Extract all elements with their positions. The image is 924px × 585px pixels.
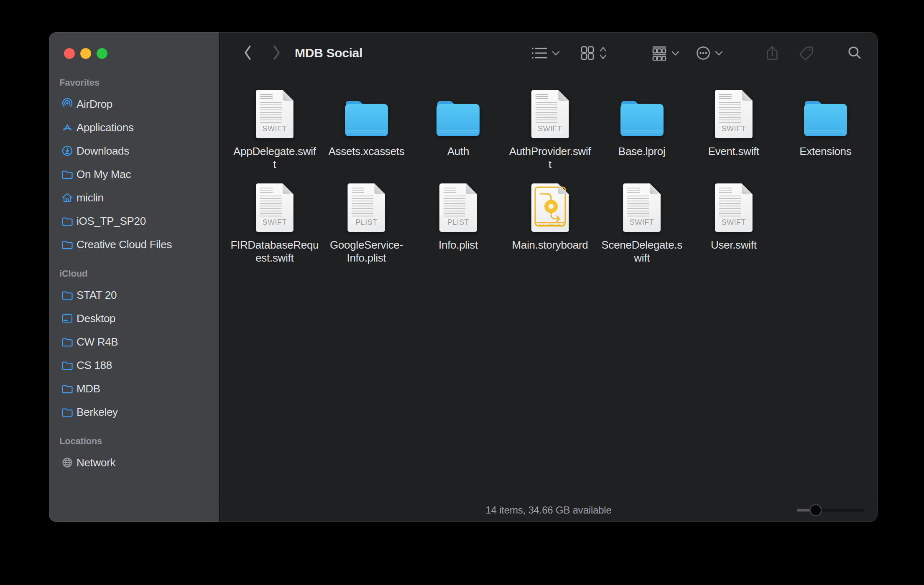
- sidebar-item-ios-tp-sp20[interactable]: iOS_TP_SP20: [49, 209, 219, 233]
- sidebar-item-on-my-mac[interactable]: On My Mac: [49, 163, 219, 186]
- list-view-button[interactable]: [531, 46, 560, 60]
- file-name: Base.lproj: [618, 145, 666, 158]
- file-item-user-swift[interactable]: SWIFTUser.swift: [688, 182, 780, 265]
- toolbar-buttons: [531, 44, 863, 62]
- folder-icon: [801, 88, 850, 138]
- group-view-icon: [651, 46, 668, 61]
- file-item-assets-xcassets[interactable]: Assets.xcassets: [321, 88, 413, 171]
- search-button[interactable]: [847, 45, 863, 61]
- folder-icon: [61, 405, 74, 419]
- search-icon: [847, 45, 863, 61]
- plist-document-icon: PLIST: [347, 182, 385, 232]
- file-item-appdelegate-swift[interactable]: SWIFTAppDelegate.swift: [229, 88, 321, 171]
- sidebar-item-downloads[interactable]: Downloads: [49, 139, 219, 163]
- file-name: Assets.xcassets: [328, 145, 404, 158]
- sidebar-item-label: Downloads: [77, 145, 129, 158]
- content-area: MDB Social SWIFTAppDelegate.swift Assets…: [220, 32, 878, 522]
- window-controls: [64, 48, 107, 59]
- minimize-button[interactable]: [80, 48, 91, 59]
- tag-icon: [798, 45, 815, 61]
- sidebar-item-label: Berkeley: [77, 406, 118, 419]
- sidebar-item-cw-r4b[interactable]: CW R4B: [49, 330, 219, 354]
- file-item-extensions[interactable]: Extensions: [780, 88, 872, 171]
- applications-icon: [61, 121, 74, 134]
- share-icon: [765, 44, 780, 62]
- sidebar-item-label: CW R4B: [77, 336, 118, 348]
- sidebar-item-desktop[interactable]: Desktop: [49, 307, 219, 330]
- airdrop-icon: [61, 97, 74, 111]
- file-grid: SWIFTAppDelegate.swift Assets.xcassets A…: [220, 74, 878, 498]
- slider-track[interactable]: [797, 509, 864, 511]
- file-item-info-plist[interactable]: PLISTInfo.plist: [412, 182, 504, 265]
- swift-document-icon: SWIFT: [715, 88, 753, 138]
- sidebar-item-network[interactable]: Network: [49, 451, 219, 474]
- globe-icon: [61, 456, 74, 469]
- folder-icon: [61, 335, 74, 348]
- swift-document-icon: SWIFT: [256, 182, 294, 232]
- chevron-left-icon: [242, 44, 253, 62]
- desktop-icon: [61, 312, 74, 325]
- sidebar-item-berkeley[interactable]: Berkeley: [49, 400, 219, 424]
- chevron-down-icon: [715, 51, 723, 56]
- file-type-badge: SWIFT: [715, 218, 753, 227]
- sidebar-item-mdb[interactable]: MDB: [49, 377, 219, 400]
- sidebar-item-label: Desktop: [77, 312, 115, 325]
- file-name: AuthProvider.swift: [509, 145, 591, 171]
- folder-icon: [617, 88, 667, 138]
- file-item-googleservice-info-plist[interactable]: PLISTGoogleService-Info.plist: [321, 182, 413, 265]
- status-text: 14 items, 34.66 GB available: [485, 504, 611, 516]
- file-item-main-storyboard[interactable]: STORYBOARD Main.storyboard: [504, 182, 596, 265]
- icon-view-icon: [580, 46, 595, 61]
- sidebar-item-stat-20[interactable]: STAT 20: [49, 283, 219, 307]
- sidebar-item-label: CS 188: [77, 359, 112, 372]
- plist-document-icon: PLIST: [439, 182, 477, 232]
- sidebar-item-label: Network: [77, 456, 115, 469]
- file-item-authprovider-swift[interactable]: SWIFTAuthProvider.swift: [504, 88, 596, 171]
- sidebar-item-label: Applications: [77, 121, 134, 134]
- folder-icon: [342, 88, 391, 138]
- finder-window: FavoritesAirDropApplicationsDownloadsOn …: [49, 32, 878, 522]
- file-item-scenedelegate-swift[interactable]: SWIFTSceneDelegate.swift: [596, 182, 688, 265]
- share-button[interactable]: [765, 44, 780, 62]
- sidebar-item-creative-cloud-files[interactable]: Creative Cloud Files: [49, 233, 219, 256]
- folder-icon: [61, 288, 74, 302]
- home-icon: [61, 191, 74, 204]
- back-button[interactable]: [240, 43, 256, 63]
- sidebar: FavoritesAirDropApplicationsDownloadsOn …: [49, 32, 220, 522]
- slider-knob[interactable]: [809, 504, 822, 516]
- more-button[interactable]: [695, 45, 723, 61]
- page-title: MDB Social: [295, 46, 362, 60]
- zoom-button[interactable]: [97, 48, 107, 59]
- file-name: Info.plist: [439, 239, 478, 252]
- file-name: Extensions: [799, 145, 851, 158]
- icon-view-button[interactable]: [580, 46, 607, 61]
- tags-button[interactable]: [798, 45, 815, 61]
- group-view-button[interactable]: [651, 46, 679, 61]
- file-type-badge: SWIFT: [715, 125, 753, 133]
- file-type-badge: SWIFT: [256, 218, 294, 227]
- file-item-base-lproj[interactable]: Base.lproj: [596, 88, 688, 171]
- file-item-firdatabaserequest-swift[interactable]: SWIFTFIRDatabaseRequest.swift: [229, 182, 321, 265]
- sidebar-item-label: iOS_TP_SP20: [77, 215, 146, 228]
- list-view-icon: [531, 46, 548, 60]
- forward-button[interactable]: [268, 43, 285, 63]
- file-type-badge: SWIFT: [531, 125, 569, 133]
- file-type-badge: PLIST: [347, 218, 385, 227]
- sidebar-item-miclin[interactable]: miclin: [49, 186, 219, 209]
- file-item-auth[interactable]: Auth: [412, 88, 504, 171]
- sidebar-item-cs-188[interactable]: CS 188: [49, 354, 219, 377]
- toolbar: MDB Social: [220, 32, 878, 74]
- sidebar-item-applications[interactable]: Applications: [49, 116, 219, 139]
- folder-icon: [61, 214, 74, 228]
- folder-icon: [61, 382, 74, 395]
- sidebar-item-airdrop[interactable]: AirDrop: [49, 92, 219, 116]
- file-type-badge: PLIST: [439, 218, 477, 227]
- file-name: User.swift: [711, 239, 757, 252]
- icon-size-slider[interactable]: [797, 504, 864, 516]
- close-button[interactable]: [64, 48, 75, 59]
- file-type-badge: SWIFT: [623, 218, 661, 227]
- sidebar-item-label: STAT 20: [77, 289, 117, 302]
- file-name: Auth: [447, 145, 469, 158]
- folder-icon: [61, 238, 74, 251]
- file-item-event-swift[interactable]: SWIFTEvent.swift: [688, 88, 780, 171]
